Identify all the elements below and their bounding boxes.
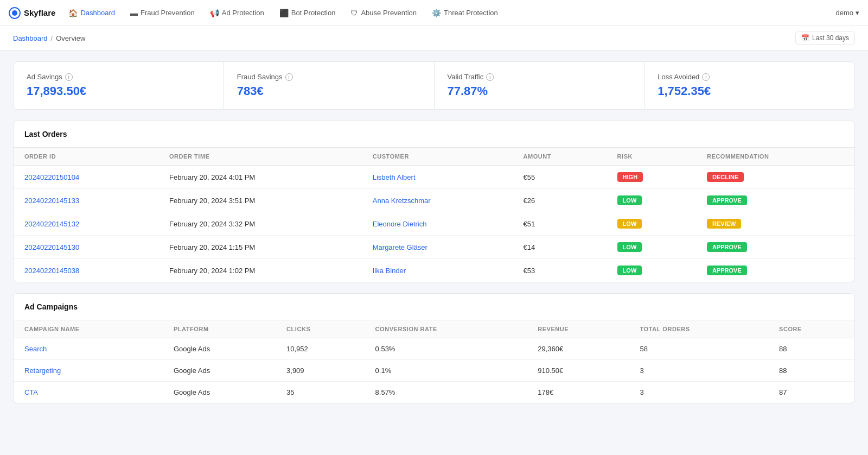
recommendation-cell: DECLINE <box>696 166 854 189</box>
risk-badge: LOW <box>617 195 642 205</box>
nav-abuse-prevention[interactable]: 🛡 Abuse Prevention <box>344 5 423 21</box>
bot-icon: ⬛ <box>279 9 289 17</box>
risk-cell: LOW <box>607 259 696 282</box>
campaign-total-orders: 3 <box>629 360 769 382</box>
breadcrumb-parent[interactable]: Dashboard <box>13 34 48 42</box>
col-order-time: ORDER TIME <box>158 148 362 166</box>
nav-threat-label: Threat Protection <box>444 9 498 17</box>
valid-traffic-info-icon[interactable]: i <box>486 73 494 81</box>
order-time: February 20, 2024 1:02 PM <box>158 259 362 282</box>
campaign-revenue: 29,360€ <box>527 338 629 360</box>
metric-fraud-savings: Fraud Savings i 783€ <box>224 62 434 109</box>
table-row: Retargeting Google Ads 3,909 0.1% 910.50… <box>14 360 854 382</box>
last-orders-section: Last Orders ORDER ID ORDER TIME CUSTOMER… <box>13 121 855 282</box>
order-amount: €26 <box>513 189 607 212</box>
campaign-score: 88 <box>768 360 854 382</box>
campaign-name-link[interactable]: CTA <box>24 388 38 396</box>
nav-ad-protection[interactable]: 📢 Ad Protection <box>203 5 271 21</box>
col-total-orders: TOTAL ORDERS <box>629 320 769 338</box>
ad-campaigns-section: Ad Campaigns CAMPAIGN NAME PLATFORM CLIC… <box>13 293 855 403</box>
order-id-link[interactable]: 20240220145132 <box>24 220 79 228</box>
campaign-revenue: 910.50€ <box>527 360 629 382</box>
navbar: Skyflare 🏠 Dashboard ▬ Fraud Prevention … <box>0 0 868 26</box>
customer-link[interactable]: Eleonore Dietrich <box>373 220 427 228</box>
nav-abuse-label: Abuse Prevention <box>361 9 417 17</box>
order-id-link[interactable]: 20240220145130 <box>24 243 79 251</box>
col-order-id: ORDER ID <box>14 148 158 166</box>
last-orders-header-row: ORDER ID ORDER TIME CUSTOMER AMOUNT RISK… <box>14 148 854 166</box>
breadcrumb-bar: Dashboard / Overview 📅 Last 30 days <box>0 26 868 50</box>
col-conversion-rate: CONVERSION RATE <box>365 320 527 338</box>
customer-link[interactable]: Ilka Binder <box>373 267 406 275</box>
customer-link[interactable]: Lisbeth Albert <box>373 173 416 181</box>
nav-fraud-prevention[interactable]: ▬ Fraud Prevention <box>124 5 201 21</box>
breadcrumb-separator: / <box>51 34 53 42</box>
recommendation-badge: DECLINE <box>707 172 744 182</box>
nav-threat-protection[interactable]: ⚙️ Threat Protection <box>425 5 505 21</box>
user-chevron: ▾ <box>856 9 859 17</box>
user-name: demo <box>835 9 853 17</box>
order-amount: €51 <box>513 212 607 236</box>
order-id-link[interactable]: 20240220150104 <box>24 173 79 181</box>
calendar-icon: 📅 <box>801 34 809 42</box>
customer-link[interactable]: Anna Kretzschmar <box>373 197 431 205</box>
breadcrumb-current: Overview <box>56 34 85 42</box>
campaign-name-link[interactable]: Search <box>24 345 47 353</box>
loss-avoided-info-icon[interactable]: i <box>702 73 710 81</box>
last-orders-body: 20240220150104 February 20, 2024 4:01 PM… <box>14 166 854 282</box>
metric-fraud-savings-label: Fraud Savings i <box>237 73 421 81</box>
table-row: Search Google Ads 10,952 0.53% 29,360€ 5… <box>14 338 854 360</box>
campaign-clicks: 35 <box>276 382 365 403</box>
campaign-score: 87 <box>768 382 854 403</box>
brand-logo[interactable]: Skyflare <box>9 7 55 19</box>
campaign-platform: Google Ads <box>163 338 276 360</box>
col-risk: RISK <box>607 148 696 166</box>
metric-ad-savings: Ad Savings i 17,893.50€ <box>14 62 224 109</box>
fraud-icon: ▬ <box>130 9 138 17</box>
recommendation-cell: REVIEW <box>696 212 854 236</box>
ad-campaigns-body: Search Google Ads 10,952 0.53% 29,360€ 5… <box>14 338 854 403</box>
recommendation-cell: APPROVE <box>696 236 854 259</box>
col-amount: AMOUNT <box>513 148 607 166</box>
dashboard-icon: 🏠 <box>68 9 78 17</box>
metric-loss-avoided-label: Loss Avoided i <box>658 73 841 81</box>
campaign-platform: Google Ads <box>163 360 276 382</box>
table-row: 20240220145133 February 20, 2024 3:51 PM… <box>14 189 854 212</box>
risk-cell: LOW <box>607 212 696 236</box>
recommendation-badge: APPROVE <box>707 242 747 252</box>
nav-bot-protection[interactable]: ⬛ Bot Protection <box>273 5 342 21</box>
risk-cell: HIGH <box>607 166 696 189</box>
risk-badge: HIGH <box>617 172 643 182</box>
risk-cell: LOW <box>607 236 696 259</box>
order-id-link[interactable]: 20240220145133 <box>24 197 79 205</box>
metric-ad-savings-label: Ad Savings i <box>27 73 210 81</box>
nav-dashboard[interactable]: 🏠 Dashboard <box>62 5 122 21</box>
fraud-savings-info-icon[interactable]: i <box>285 73 293 81</box>
ad-savings-info-icon[interactable]: i <box>65 73 73 81</box>
risk-badge: LOW <box>617 242 642 252</box>
risk-cell: LOW <box>607 189 696 212</box>
brand-name: Skyflare <box>24 8 55 17</box>
campaign-revenue: 178€ <box>527 382 629 403</box>
campaign-clicks: 10,952 <box>276 338 365 360</box>
order-amount: €14 <box>513 236 607 259</box>
table-row: 20240220150104 February 20, 2024 4:01 PM… <box>14 166 854 189</box>
customer-link[interactable]: Margarete Gläser <box>373 243 427 251</box>
campaign-clicks: 3,909 <box>276 360 365 382</box>
order-time: February 20, 2024 3:32 PM <box>158 212 362 236</box>
recommendation-badge: APPROVE <box>707 266 747 275</box>
order-amount: €55 <box>513 166 607 189</box>
metric-ad-savings-value: 17,893.50€ <box>27 84 210 98</box>
campaign-conversion-rate: 0.53% <box>365 338 527 360</box>
col-recommendation: RECOMMENDATION <box>696 148 854 166</box>
date-range-selector[interactable]: 📅 Last 30 days <box>795 31 855 45</box>
table-row: 20240220145038 February 20, 2024 1:02 PM… <box>14 259 854 282</box>
recommendation-cell: APPROVE <box>696 189 854 212</box>
col-campaign-name: CAMPAIGN NAME <box>14 320 163 338</box>
order-time: February 20, 2024 4:01 PM <box>158 166 362 189</box>
table-row: CTA Google Ads 35 8.57% 178€ 3 87 <box>14 382 854 403</box>
metric-loss-avoided: Loss Avoided i 1,752.35€ <box>644 62 854 109</box>
user-menu[interactable]: demo ▾ <box>835 9 859 17</box>
campaign-name-link[interactable]: Retargeting <box>24 366 61 375</box>
order-id-link[interactable]: 20240220145038 <box>24 267 79 275</box>
